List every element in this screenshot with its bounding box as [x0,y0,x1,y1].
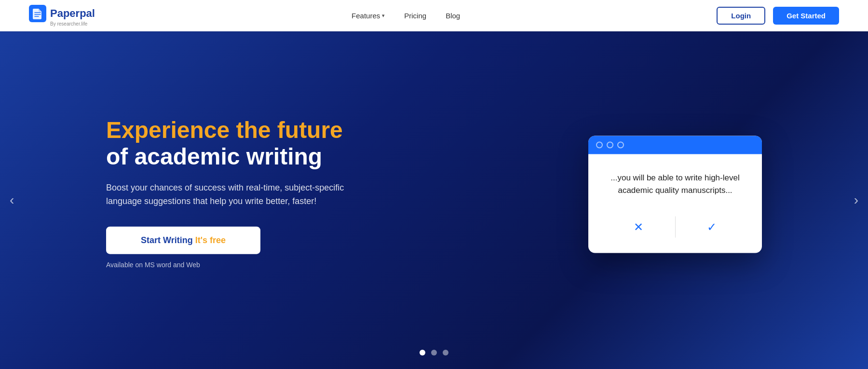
titlebar-dot-2 [607,142,613,149]
hero-headline: Experience the future of academic writin… [106,117,347,170]
logo-subtext: By researcher.life [50,21,87,27]
logo-main: Paperpal [29,5,95,22]
nav-links: Features ▾ Pricing Blog [352,12,460,20]
available-text: Available on MS word and Web [106,261,347,269]
card-quote: ...you will be able to write high-level … [602,172,748,197]
card-body: ...you will be able to write high-level … [588,154,762,253]
hero-content: ‹ Experience the future of academic writ… [0,31,868,369]
logo-area: Paperpal By researcher.life [29,5,95,27]
headline-white: of academic writing [106,144,322,169]
get-started-button[interactable]: Get Started [773,7,839,25]
hero-text-area: Experience the future of academic writin… [106,117,347,269]
slider-dot-3[interactable] [443,350,448,355]
titlebar-dot-1 [596,142,603,149]
nav-actions: Login Get Started [717,7,839,25]
prev-slide-button[interactable]: ‹ [10,192,14,208]
preview-card: ...you will be able to write high-level … [588,136,762,253]
slider-dot-1[interactable] [420,350,425,355]
accept-button[interactable]: ✓ [676,214,749,239]
reject-icon: ✕ [634,220,643,233]
cta-label-bold: Start Writing [141,235,195,245]
cta-label-free-text: It's free [195,235,226,245]
card-titlebar [588,136,762,154]
nav-features[interactable]: Features ▾ [352,12,385,20]
slider-dots [420,350,448,355]
paperpal-logo-icon [29,5,46,22]
hero-subtext: Boost your chances of success with real-… [106,181,347,208]
chevron-down-icon: ▾ [382,13,385,19]
login-button[interactable]: Login [717,7,765,25]
start-writing-button[interactable]: Start Writing It's free [106,227,260,254]
accept-icon: ✓ [707,220,717,233]
nav-blog[interactable]: Blog [446,12,460,20]
navbar: Paperpal By researcher.life Features ▾ P… [0,0,868,31]
hero-section: ‹ Experience the future of academic writ… [0,0,868,369]
nav-pricing[interactable]: Pricing [404,12,426,20]
slider-dot-2[interactable] [431,350,437,355]
reject-button[interactable]: ✕ [602,214,675,239]
card-actions: ✕ ✓ [602,214,748,239]
headline-highlight: Experience the future [106,117,343,143]
titlebar-dot-3 [617,142,624,149]
logo-text: Paperpal [50,7,95,20]
next-slide-button[interactable]: › [854,192,858,208]
